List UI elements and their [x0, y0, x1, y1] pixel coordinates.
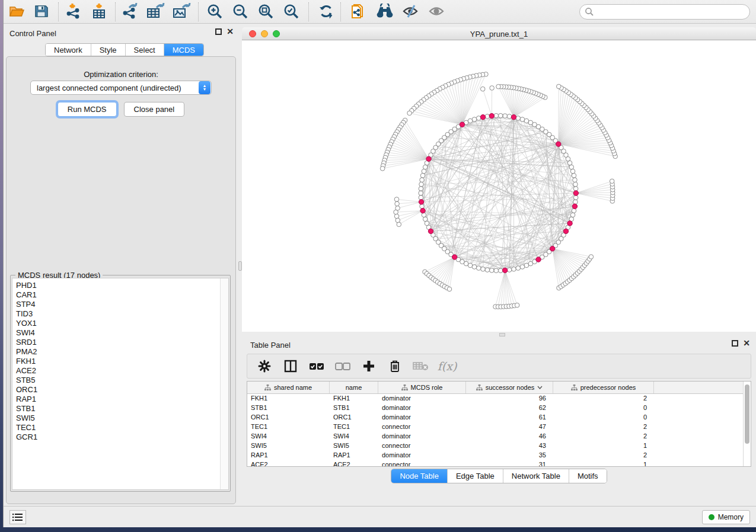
export-network-button[interactable] — [121, 3, 140, 21]
zoom-selected-button[interactable] — [282, 3, 301, 21]
function-builder-button[interactable]: f(x) — [438, 357, 456, 375]
mcds-result-item[interactable]: YOX1 — [16, 319, 228, 328]
column-header-predecessor-nodes[interactable]: predecessor nodes — [553, 382, 654, 393]
table-settings-button[interactable] — [256, 357, 273, 375]
select-all-rows-button[interactable] — [308, 357, 326, 375]
table-panel-title: Table Panel — [250, 341, 291, 350]
table-cell: dominator — [378, 403, 466, 413]
add-column-button[interactable] — [360, 357, 378, 375]
memory-button[interactable]: Memory — [702, 510, 750, 524]
zoom-fit-button[interactable] — [256, 3, 275, 21]
mcds-result-group: MCDS result (17 nodes) PHD1CAR1STP4TID3Y… — [10, 275, 231, 492]
toolbar-separator — [198, 2, 199, 21]
mcds-result-item[interactable]: TID3 — [16, 309, 228, 319]
zoom-out-button[interactable] — [231, 3, 250, 21]
delete-table-button[interactable] — [412, 357, 430, 375]
export-table-button[interactable] — [146, 3, 165, 21]
mcds-result-item[interactable]: SWI5 — [16, 414, 228, 423]
table-row[interactable]: FKH1FKH1dominator962 — [247, 394, 751, 403]
mcds-result-item[interactable]: TEC1 — [16, 423, 228, 432]
zoom-fit-icon — [257, 3, 274, 20]
table-toolbar: f(x) — [247, 354, 751, 379]
optimization-criterion-select[interactable]: largest connected component (undirected)… — [30, 81, 212, 95]
close-panel-button[interactable]: Close panel — [124, 102, 185, 117]
table-cell: SWI5 — [330, 441, 378, 451]
mcds-result-item[interactable]: SRD1 — [16, 338, 228, 347]
task-history-button[interactable] — [9, 510, 26, 524]
hide-selected-button[interactable] — [401, 3, 420, 21]
mcds-result-scrollbar[interactable] — [220, 278, 228, 489]
mcds-result-item[interactable]: PMA2 — [16, 347, 228, 357]
open-folder-icon — [8, 4, 25, 19]
tab-network-table[interactable]: Network Table — [503, 469, 569, 483]
mcds-result-item[interactable]: PHD1 — [16, 281, 228, 290]
deselect-all-rows-button[interactable] — [334, 357, 352, 375]
binoculars-icon — [375, 4, 395, 19]
import-table-button[interactable] — [90, 3, 109, 21]
attribute-tree-icon — [571, 384, 578, 391]
new-network-from-selection-button[interactable] — [349, 3, 368, 21]
column-header-name[interactable]: name — [330, 382, 378, 393]
mcds-result-item[interactable]: GCR1 — [16, 432, 228, 442]
tab-motifs[interactable]: Motifs — [569, 469, 607, 483]
table-cell: 96 — [466, 394, 553, 403]
tab-mcds[interactable]: MCDS — [164, 44, 203, 56]
refresh-view-button[interactable] — [317, 3, 336, 21]
zoom-in-button[interactable] — [205, 3, 224, 21]
search-field[interactable] — [579, 4, 750, 20]
import-network-button[interactable] — [64, 3, 83, 21]
search-input[interactable] — [594, 8, 749, 16]
float-table-panel-icon[interactable] — [732, 340, 738, 347]
delete-column-button[interactable] — [386, 357, 404, 375]
table-scrollbar-thumb[interactable] — [745, 384, 749, 444]
table-cell: 61 — [466, 413, 553, 422]
mcds-result-list[interactable]: PHD1CAR1STP4TID3YOX1SWI4SRD1PMA2FKH1ACE2… — [12, 278, 229, 490]
close-table-panel-icon[interactable]: ✕ — [743, 340, 750, 347]
table-row[interactable]: SWI4SWI4dominator462 — [247, 432, 751, 441]
select-stepper-icon: ▲▼ — [199, 81, 210, 94]
import-table-icon — [91, 3, 109, 20]
tab-select[interactable]: Select — [126, 44, 164, 56]
horizontal-splitter-handle[interactable] — [499, 333, 505, 336]
close-panel-icon[interactable]: ✕ — [227, 28, 234, 35]
float-panel-icon[interactable] — [215, 28, 222, 35]
node-table[interactable]: shared namenameMCDS rolesuccessor nodesp… — [247, 381, 751, 467]
first-neighbors-button[interactable] — [375, 3, 394, 21]
mcds-result-item[interactable]: RAP1 — [16, 395, 228, 404]
mcds-result-item[interactable]: FKH1 — [16, 357, 228, 366]
column-header-MCDS-role[interactable]: MCDS role — [378, 382, 466, 393]
mcds-result-item[interactable]: ORC1 — [16, 385, 228, 395]
column-header-label: shared name — [274, 384, 312, 391]
mcds-result-item[interactable]: ACE2 — [16, 366, 228, 376]
mcds-result-item[interactable]: CAR1 — [16, 290, 228, 300]
network-window-titlebar[interactable]: YPA_prune.txt_1 — [242, 27, 756, 40]
network-view[interactable] — [242, 40, 756, 332]
mcds-result-item[interactable]: STB1 — [16, 404, 228, 414]
show-column-panel-button[interactable] — [282, 357, 299, 375]
tab-node-table[interactable]: Node Table — [391, 469, 448, 483]
table-row[interactable]: ACE2ACE2connector311 — [247, 460, 751, 467]
memory-label: Memory — [718, 513, 744, 521]
show-all-button[interactable] — [427, 3, 446, 21]
table-row[interactable]: ORC1ORC1dominator610 — [247, 413, 751, 422]
open-file-button[interactable] — [7, 3, 26, 21]
mcds-result-item[interactable]: SWI4 — [16, 328, 228, 338]
table-row[interactable]: TEC1TEC1connector472 — [247, 422, 751, 432]
run-mcds-button[interactable]: Run MCDS — [58, 102, 117, 117]
table-row[interactable]: STB1STB1dominator620 — [247, 403, 751, 413]
zoom-selected-icon — [283, 3, 299, 20]
column-header-shared-name[interactable]: shared name — [247, 382, 330, 393]
table-row[interactable]: SWI5SWI5connector431 — [247, 441, 751, 451]
mcds-result-item[interactable]: STP4 — [16, 300, 228, 309]
table-scrollbar[interactable] — [743, 382, 751, 466]
attribute-tree-icon — [401, 384, 408, 391]
export-image-button[interactable] — [172, 3, 191, 21]
save-session-button[interactable] — [32, 3, 51, 21]
tab-edge-table[interactable]: Edge Table — [448, 469, 503, 483]
column-header-successor-nodes[interactable]: successor nodes — [466, 382, 553, 393]
tab-network[interactable]: Network — [46, 44, 91, 56]
import-network-icon — [65, 3, 82, 20]
table-row[interactable]: RAP1RAP1dominator352 — [247, 451, 751, 460]
mcds-result-item[interactable]: STB5 — [16, 376, 228, 385]
tab-style[interactable]: Style — [91, 44, 126, 56]
